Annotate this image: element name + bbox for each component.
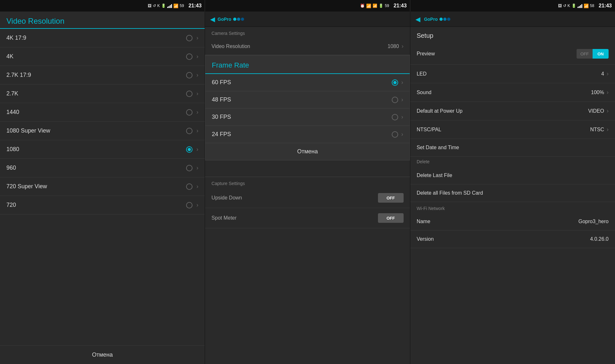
delete-last-file-item[interactable]: Delete Last File [410,167,615,184]
camera-settings-label: Camera Settings [205,27,410,38]
bar2 [168,6,169,8]
sound-item[interactable]: Sound 100% › [410,83,615,102]
radio-27k17[interactable] [186,72,193,78]
status-section-2: ⏰ 📶 📶 🔋 59 21:43 [205,0,410,12]
cancel-button-dialog[interactable]: Отмена [205,143,409,160]
dialog-item-right: › [392,79,403,86]
ntsc-item[interactable]: NTSC/PAL NTSC › [410,120,615,139]
preview-toggle[interactable]: OFF ON [577,49,609,59]
video-res-val: 1080 [388,44,399,49]
video-resolution-item[interactable]: Video Resolution 1080 › [205,38,410,55]
list-item[interactable]: 1440 › [0,103,205,122]
set-date-time-label: Set Date and Time [417,145,459,150]
set-date-time-item[interactable]: Set Date and Time [410,139,615,157]
battery-2: 🔋 [379,4,383,8]
setup-list: Setup Preview OFF ON LED 4 › [410,27,615,364]
bar4 [171,4,172,8]
list-item[interactable]: 1080 Super View › [0,122,205,140]
fps-label: 60 FPS [212,79,231,86]
panel-video-resolution: Video Resolution 4K 17:9 › 4K › [0,12,205,364]
upside-down-label: Upside Down [211,195,242,201]
chevron-icon: › [401,114,403,120]
list-item[interactable]: 4K 17:9 › [0,29,205,47]
upside-down-toggle[interactable]: OFF [378,193,404,203]
preview-right: OFF ON [577,49,609,59]
radio-1440[interactable] [186,109,193,116]
frame-rate-dialog: Frame Rate 60 FPS › 48 FPS › [205,55,410,160]
cancel-button-panel1[interactable]: Отмена [0,345,205,364]
battery-num-1: 59 [180,4,184,8]
radio-4k[interactable] [186,53,193,60]
gopro-text: GoPro [217,17,231,22]
gopro-header: ◀ GoPro [205,12,410,27]
alarm-icon-2: ⏰ [360,4,365,8]
power-up-label: Default at Power Up [417,108,463,114]
wifi-name-label: Name [417,219,430,224]
chevron-icon: › [401,96,403,103]
preview-item[interactable]: Preview OFF ON [410,43,615,65]
radio-960[interactable] [186,165,193,171]
dialog-item-48fps[interactable]: 48 FPS › [205,91,409,109]
delete-all-files-item[interactable]: Delete all Files from SD Card [410,184,615,202]
chevron-icon: › [196,165,198,171]
list-item[interactable]: 2.7K › [0,85,205,103]
radio-720[interactable] [186,202,193,208]
wifi-icon-2: 📶 [366,4,371,8]
chevron-icon: › [401,79,403,86]
wifi-icon-1: 📶 [173,4,178,8]
list-item-right: › [186,127,198,134]
radio-4k17[interactable] [186,35,193,41]
capture-settings-label: Capture Settings [205,177,410,188]
radio-1080[interactable] [186,146,193,153]
dialog-item-60fps[interactable]: 60 FPS › [205,74,409,91]
list-item[interactable]: 720 Super View › [0,177,205,196]
radio-24fps[interactable] [392,131,398,138]
back-button-panel3[interactable]: ◀ [415,15,420,23]
dialog-item-24fps[interactable]: 24 FPS › [205,126,409,143]
list-item-label: 1080 Super View [6,127,50,134]
radio-60fps[interactable] [392,79,398,86]
power-up-value: VIDEO [588,108,604,114]
refresh-icon: ↺ [153,4,156,8]
radio-48fps[interactable] [392,97,398,103]
time-1: 21:43 [188,3,201,9]
fps-label: 48 FPS [212,96,231,103]
dot2 [237,18,240,21]
fps-label: 24 FPS [212,131,231,138]
list-item-label: 720 Super View [6,183,47,190]
bar1-3 [578,7,578,8]
ntsc-value: NTSC [590,127,604,133]
radio-30fps[interactable] [392,114,398,120]
chevron-icon: › [196,90,198,97]
status-bar: 🖼 ↺ K 🔋 📶 59 21:43 ⏰ 📶 📶 🔋 59 21:43 [0,0,615,12]
led-item[interactable]: LED 4 › [410,65,615,83]
dot3 [241,18,244,21]
list-item[interactable]: 720 › [0,196,205,214]
spot-meter-toggle[interactable]: OFF [378,213,404,223]
list-item[interactable]: 1080 › [0,140,205,159]
main-content: Video Resolution 4K 17:9 › 4K › [0,12,615,364]
panel-camera-settings: ◀ GoPro Camera Settings Video Resolution… [205,12,410,364]
battery-icon-1: 🔋 [161,4,166,8]
dialog-item-30fps[interactable]: 30 FPS › [205,109,409,126]
dot2-3 [443,18,447,21]
radio-27k[interactable] [186,91,193,97]
list-item[interactable]: 2.7K 17:9 › [0,66,205,85]
sound-right: 100% › [591,89,609,96]
chevron-icon: › [401,131,403,138]
preview-label: Preview [417,51,435,57]
radio-720sv[interactable] [186,183,193,190]
panel-title: Video Resolution [6,17,64,25]
battery-num-2: 59 [385,4,389,8]
back-button-panel2[interactable]: ◀ [210,15,215,23]
chevron-icon: › [607,108,609,114]
dialog-title: Frame Rate [205,55,409,74]
list-item[interactable]: 960 › [0,159,205,177]
list-item-right: › [186,53,198,60]
list-item-right: › [186,109,198,116]
chevron-icon: › [196,202,198,208]
power-up-item[interactable]: Default at Power Up VIDEO › [410,102,615,120]
bar3 [170,5,171,8]
list-item[interactable]: 4K › [0,47,205,66]
radio-1080sv[interactable] [186,128,193,134]
